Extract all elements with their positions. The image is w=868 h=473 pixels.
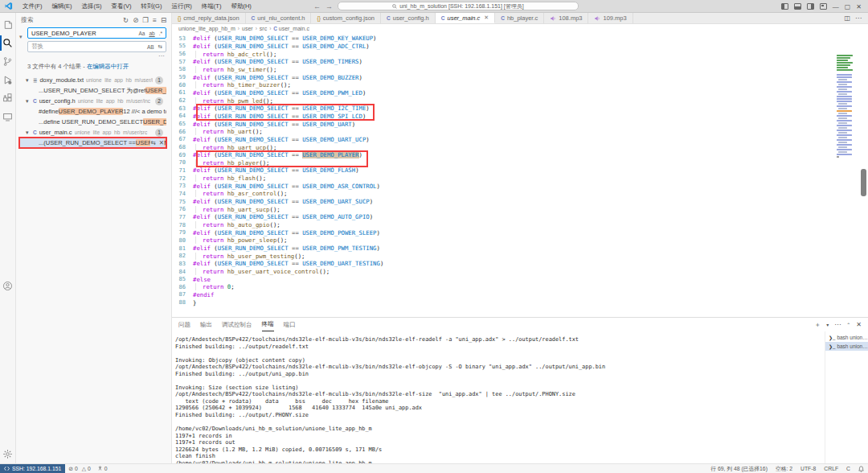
- regex-icon[interactable]: .*: [158, 31, 163, 36]
- dismiss-match-icon[interactable]: ✕: [159, 139, 164, 146]
- line-number: 59: [172, 74, 193, 80]
- search-input[interactable]: USER_DEMO_PLAYER Aa ab .*: [27, 27, 166, 39]
- menu-3[interactable]: 查看(V): [107, 0, 137, 13]
- status-cursor-position[interactable]: 行 69, 列 48 (已选择16): [706, 465, 772, 473]
- replace-input[interactable]: 替换 AB ⇆: [27, 41, 166, 52]
- replace-all-icon[interactable]: ⇆: [158, 43, 163, 50]
- panel-tab-端口[interactable]: 端口: [284, 318, 296, 331]
- status-indentation[interactable]: 空格: 2: [772, 465, 796, 473]
- activity-extensions[interactable]: [0, 89, 16, 108]
- code-editor[interactable]: 53#elif (USER_RUN_DEMO_SELECT == USER_DE…: [172, 32, 868, 317]
- status-eol[interactable]: CRLF: [820, 465, 842, 473]
- match-case-icon[interactable]: Aa: [137, 31, 145, 36]
- panel-tab-输出[interactable]: 输出: [200, 318, 212, 331]
- files-icon: [2, 19, 13, 30]
- line-number: 73: [172, 183, 193, 189]
- nav-back-icon[interactable]: ←: [313, 2, 321, 10]
- more-actions-icon[interactable]: ⋯: [855, 14, 862, 22]
- search-match-0-0[interactable]: ...USER_RUN_DEMO_SELECT 为@ref USER_DEMO_…: [19, 85, 166, 96]
- result-file-1[interactable]: ▾Cuser_config.hunione_lite_app_hb_m/user…: [19, 96, 166, 106]
- menu-2[interactable]: 选择(S): [77, 0, 107, 13]
- clear-search-results-icon[interactable]: ⊘: [133, 16, 138, 24]
- panel-tab-问题[interactable]: 问题: [178, 318, 190, 331]
- minimize-button[interactable]: —: [833, 3, 839, 10]
- breadcrumb-item-1[interactable]: user: [242, 26, 253, 31]
- terminal-instance-0[interactable]: ❯_bash union…: [825, 333, 868, 342]
- maximize-panel-icon[interactable]: ⌃: [846, 322, 850, 327]
- nav-forward-icon[interactable]: →: [326, 2, 333, 10]
- close-button[interactable]: ✕: [856, 3, 862, 10]
- editor-scrollbar[interactable]: [861, 169, 866, 196]
- search-match-2-0[interactable]: ...(USER_RUN_DEMO_SELECT == USER_DEMO_..…: [19, 138, 166, 148]
- breadcrumb-item-2[interactable]: src: [260, 26, 267, 31]
- menu-0[interactable]: 文件(F): [18, 0, 47, 13]
- breadcrumb-item-0[interactable]: unione_lite_app_hb_m: [178, 26, 235, 31]
- line-number: 81: [172, 245, 193, 252]
- code-line-76: 76return hb_uart_sucp();: [172, 205, 836, 213]
- activity-search[interactable]: [0, 34, 16, 52]
- preserve-case-icon[interactable]: AB: [146, 44, 155, 50]
- minimap[interactable]: [837, 55, 858, 158]
- maximize-button[interactable]: ▢: [845, 3, 851, 10]
- text-file-icon: ≣: [33, 77, 37, 84]
- activity-explorer[interactable]: [0, 15, 16, 34]
- menu-5[interactable]: 运行(R): [166, 0, 196, 13]
- tab-108.mp3[interactable]: 108.mp3: [544, 13, 588, 23]
- result-file-2[interactable]: ▾Cuser_main.cunione_lite_app_hb_m/user/s…: [19, 127, 166, 138]
- menu-6[interactable]: 终端(T): [197, 0, 227, 13]
- tab-hb_player.c[interactable]: Chb_player.c: [495, 13, 544, 23]
- collapse-all-icon[interactable]: ⊟: [161, 16, 166, 24]
- search-match-1-0[interactable]: #define USER_DEMO_PLAYER 12 ///< a demo …: [19, 106, 166, 117]
- search-details-toggle-icon[interactable]: ···: [27, 55, 166, 58]
- close-tab-icon[interactable]: ✕: [484, 14, 489, 21]
- toggle-replace-icon[interactable]: ▾: [19, 27, 26, 40]
- breadcrumb-item-3[interactable]: C user_main.c: [273, 26, 309, 31]
- tab-109.mp3[interactable]: 109.mp3: [588, 13, 633, 23]
- tab-cmd_reply_data.json[interactable]: {}cmd_reply_data.json: [172, 13, 246, 23]
- toggle-sidebar-icon[interactable]: [781, 3, 788, 10]
- terminal[interactable]: /opt/Andestech/BSPv422/toolchains/nds32l…: [172, 331, 825, 463]
- terminal-instance-1[interactable]: ❯_bash union…: [825, 342, 868, 351]
- menu-7[interactable]: 帮助(H): [226, 0, 256, 13]
- activity-settings[interactable]: [0, 445, 16, 463]
- activity-account[interactable]: [0, 277, 16, 295]
- remote-indicator[interactable]: SSH: 192.168.1.151: [0, 464, 65, 473]
- warning-icon: △: [82, 466, 86, 472]
- terminal-dropdown-icon[interactable]: ▾: [826, 322, 829, 327]
- status-encoding[interactable]: UTF-8: [796, 465, 820, 473]
- toggle-secondary-sidebar-icon[interactable]: [807, 3, 814, 10]
- open-search-editor-icon[interactable]: ❐: [142, 16, 149, 24]
- menu-4[interactable]: 转到(G): [137, 0, 167, 13]
- close-panel-icon[interactable]: ✕: [856, 321, 862, 328]
- tab-user_main.c[interactable]: Cuser_main.c✕: [436, 13, 495, 23]
- activity-run-debug[interactable]: [0, 71, 16, 89]
- open-in-editor-link[interactable]: 在编辑器中打开: [87, 63, 129, 70]
- tab-custom_config.json[interactable]: {}custom_config.json: [311, 13, 381, 23]
- menu-1[interactable]: 编辑(E): [47, 0, 77, 13]
- refresh-icon[interactable]: ↻: [123, 16, 129, 24]
- minimap-mark: [837, 96, 852, 97]
- panel-tab-终端[interactable]: 终端: [262, 318, 274, 331]
- panel-more-icon[interactable]: ⋯: [834, 321, 841, 328]
- replace-match-icon[interactable]: ⇆: [150, 139, 155, 146]
- new-terminal-icon[interactable]: ＋: [814, 320, 821, 329]
- whole-word-icon[interactable]: ab: [148, 31, 155, 36]
- command-center-search[interactable]: uni_hb_m_solution [SSH: 192.168.1.151] […: [338, 2, 579, 10]
- ports-indicator[interactable]: 0: [94, 466, 111, 471]
- result-file-0[interactable]: ▾≣doxy_module.txtunione_lite_app_hb_m/us…: [19, 75, 166, 85]
- tab-user_config.h[interactable]: Cuser_config.h: [381, 13, 436, 23]
- tab-uni_nlu_content.h[interactable]: Cuni_nlu_content.h: [246, 13, 312, 23]
- line-number: 84: [172, 269, 193, 275]
- toggle-panel-icon[interactable]: [794, 3, 801, 10]
- customize-layout-icon[interactable]: [820, 3, 827, 10]
- panel-tab-调试控制台[interactable]: 调试控制台: [222, 318, 252, 331]
- problems-indicator[interactable]: ⊘0 △0: [65, 466, 94, 472]
- activity-source-control[interactable]: [0, 52, 16, 71]
- search-match-1-1[interactable]: ...define USER_RUN_DEMO_SELECT USER_DEMO…: [19, 117, 166, 127]
- split-editor-icon[interactable]: ◫: [844, 14, 850, 22]
- activity-remote-explorer[interactable]: [0, 108, 16, 126]
- status-language-mode[interactable]: C: [842, 465, 854, 473]
- view-as-list-icon[interactable]: ≡: [153, 16, 157, 24]
- radio-tower-icon: [97, 466, 103, 471]
- notifications-bell[interactable]: [854, 466, 868, 472]
